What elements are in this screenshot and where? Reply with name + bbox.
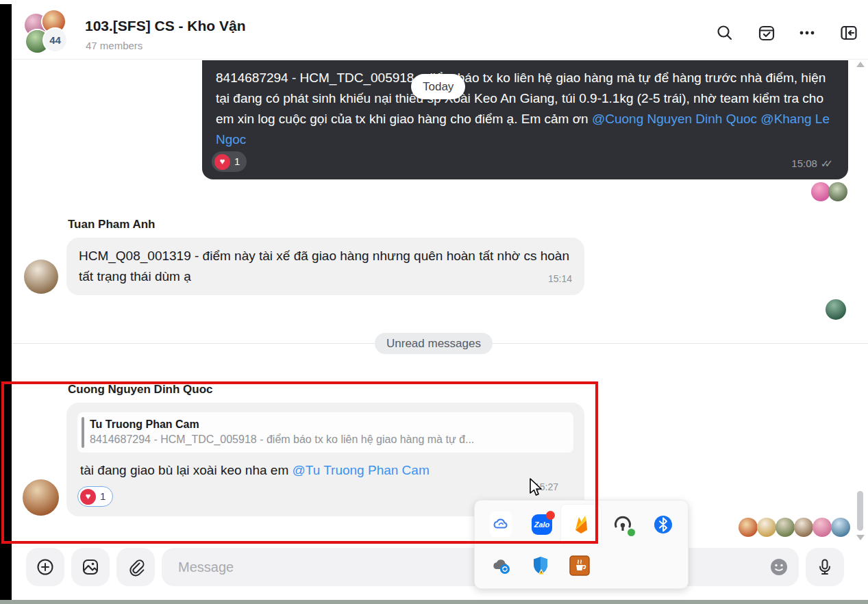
- mention-link[interactable]: @Cuong Nguyen Dinh Quoc: [592, 112, 757, 126]
- avatar-count-badge: 44: [44, 29, 66, 51]
- image-icon: [81, 557, 100, 577]
- mouse-cursor: [529, 478, 544, 501]
- microphone-icon: [815, 557, 834, 577]
- unread-messages-label: Unread messages: [375, 333, 493, 354]
- read-receipt-avatar[interactable]: [794, 518, 813, 537]
- heart-reaction-icon: ♥: [214, 154, 230, 170]
- read-receipt-avatar[interactable]: [739, 518, 758, 537]
- date-separator[interactable]: Today: [411, 74, 465, 99]
- read-receipt-avatar[interactable]: [826, 299, 846, 320]
- sender-avatar[interactable]: [24, 260, 58, 294]
- plus-icon: [36, 557, 55, 577]
- chat-window: 44 103.[SFS] CS - Kho Vận 47 members: [0, 0, 868, 604]
- onedrive-sync-tray-icon[interactable]: [490, 555, 512, 577]
- bluetooth-tray-icon[interactable]: [652, 514, 674, 536]
- read-checkmarks-icon: ✓✓: [821, 153, 833, 174]
- sender-name[interactable]: Tuan Pham Anh: [68, 218, 156, 231]
- windows-security-tray-icon[interactable]: [530, 555, 551, 577]
- attach-file-button[interactable]: [116, 548, 155, 586]
- select-messages-icon[interactable]: [758, 24, 776, 42]
- read-receipt-avatar[interactable]: [776, 518, 795, 537]
- annotation-highlight-box: [1, 381, 598, 544]
- more-options-icon[interactable]: [798, 24, 816, 42]
- group-members-count: 47 members: [86, 40, 142, 51]
- message-text: HCM_Q08_001319 - điểm này tài xế đã giao…: [79, 249, 569, 284]
- chat-header[interactable]: 44 103.[SFS] CS - Kho Vận 47 members: [12, 0, 868, 60]
- read-receipt-avatar[interactable]: [828, 182, 847, 201]
- taskbar-edge-strip: [0, 600, 868, 604]
- status-dot: [628, 529, 635, 536]
- scrollbar-up-arrow[interactable]: [856, 62, 865, 67]
- attach-menu-button[interactable]: [26, 548, 64, 586]
- search-icon[interactable]: [716, 24, 734, 42]
- read-receipt-avatar[interactable]: [831, 518, 850, 537]
- reaction-badge[interactable]: ♥ 1: [212, 151, 247, 172]
- openvpn-tray-icon[interactable]: [612, 514, 634, 536]
- group-title: 103.[SFS] CS - Kho Vận: [85, 18, 246, 34]
- scrollbar-thumb[interactable]: [857, 491, 863, 531]
- message-bubble[interactable]: HCM_Q08_001319 - điểm này tài xế đã giao…: [66, 238, 584, 295]
- read-receipt-avatar[interactable]: [757, 518, 776, 537]
- group-avatar-cluster[interactable]: 44: [23, 10, 67, 53]
- message-bubble-dark[interactable]: 8414687294 - HCM_TDC_005918 - điểm báo t…: [202, 60, 848, 179]
- voice-message-button[interactable]: [806, 548, 844, 586]
- read-receipt-avatar[interactable]: [811, 182, 830, 201]
- emoji-button[interactable]: [769, 557, 789, 577]
- reaction-count: 1: [234, 151, 240, 172]
- scrollbar-down-arrow[interactable]: [856, 535, 865, 540]
- collapse-sidebar-icon[interactable]: [840, 24, 858, 42]
- photo-button[interactable]: [71, 548, 110, 586]
- read-receipt-avatar[interactable]: [813, 518, 832, 537]
- message-meta: 15:08 ✓✓: [791, 153, 833, 174]
- read-receipt-avatar-row: [739, 518, 850, 537]
- emoji-icon: [769, 557, 789, 577]
- java-tray-icon[interactable]: [569, 555, 591, 577]
- message-time: 15:14: [548, 268, 572, 289]
- paperclip-icon: [126, 557, 145, 577]
- message-time: 15:08: [791, 153, 817, 174]
